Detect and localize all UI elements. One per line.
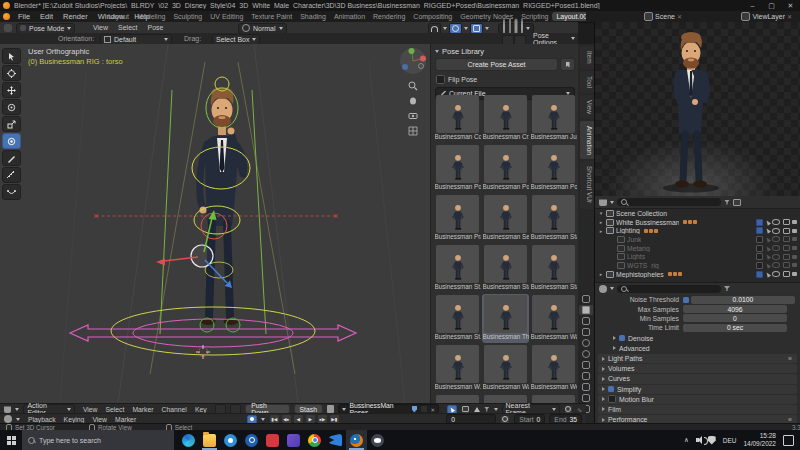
properties-tab-icon[interactable] — [579, 382, 593, 392]
create-pose-asset-button[interactable]: Create Pose Asset — [435, 58, 558, 71]
exclude-checkbox[interactable] — [756, 227, 763, 234]
exclude-checkbox[interactable] — [756, 245, 763, 252]
selectable-icon[interactable] — [764, 219, 770, 225]
shading-dropdown-caret[interactable] — [526, 27, 530, 30]
app-menu[interactable]: File — [13, 12, 35, 21]
section-checkbox[interactable] — [608, 386, 614, 392]
property-field[interactable]: Noise Threshold 0.0100 — [595, 295, 800, 304]
measure-tool[interactable] — [2, 167, 21, 183]
viewport-menu[interactable]: Pose — [143, 24, 169, 31]
mode-dropdown[interactable]: Pose Mode — [16, 23, 75, 34]
outliner-display-caret[interactable] — [610, 201, 614, 204]
grid-view-icon[interactable] — [409, 127, 417, 135]
outliner-editor-icon[interactable] — [599, 198, 607, 206]
pose-asset[interactable] — [434, 394, 481, 403]
taskbar-app[interactable] — [262, 430, 283, 450]
viewport-3d[interactable]: User Orthographic (0) Businessman RIG : … — [0, 44, 430, 403]
exclude-checkbox[interactable] — [756, 262, 763, 269]
property-value[interactable]: 4096 — [683, 305, 787, 313]
rotate-tool[interactable] — [2, 99, 21, 115]
filter-funnel-icon[interactable] — [484, 407, 490, 412]
selectable-icon[interactable] — [764, 254, 770, 260]
fcurve-icon[interactable]: ∿ — [577, 406, 582, 413]
pose-library-header[interactable]: Pose Library — [431, 44, 579, 57]
property-section[interactable]: Film ≡ — [598, 405, 797, 414]
workspace-tab[interactable]: Layout — [104, 12, 133, 21]
scene-selector[interactable]: Scene ✕ — [644, 12, 682, 21]
volume-icon[interactable] — [696, 438, 699, 442]
security-shield-icon[interactable] — [708, 436, 716, 445]
dopesheet-menu[interactable]: View — [79, 406, 102, 413]
action-center-icon[interactable] — [783, 435, 794, 446]
filter-caret[interactable] — [494, 408, 498, 411]
auto-ik-toggle-icon[interactable] — [514, 35, 526, 45]
property-value[interactable]: 0.0100 — [691, 296, 795, 304]
dopesheet-menu[interactable]: Select — [102, 406, 129, 413]
disable-viewport-icon[interactable] — [783, 262, 790, 268]
keying-caret[interactable] — [261, 418, 265, 421]
zoom-view-icon[interactable] — [409, 82, 417, 90]
property-section[interactable]: Motion Blur ≡ — [598, 395, 797, 404]
property-section[interactable]: Light Paths ≡ — [598, 354, 797, 363]
pose-asset[interactable]: Businessman Thi... — [482, 294, 529, 343]
snap-dropdown-caret[interactable] — [443, 27, 447, 30]
properties-tab-icon[interactable] — [579, 294, 593, 304]
property-section[interactable]: Denoise ≡ — [609, 334, 797, 343]
app-menu[interactable]: Edit — [35, 12, 58, 21]
property-section[interactable]: Advanced ≡ — [609, 344, 797, 353]
workspace-tab[interactable]: Sculpting — [169, 12, 206, 21]
pose-asset[interactable]: Businessman Co... — [434, 94, 481, 143]
workspace-tab[interactable]: Rendering — [369, 12, 409, 21]
pose-options-dropdown[interactable]: Pose Options — [530, 34, 578, 43]
property-field[interactable]: Min Samples 0 — [595, 314, 800, 323]
selectable-icon[interactable] — [764, 228, 770, 234]
property-value[interactable]: 0 sec — [683, 324, 787, 332]
action-browse-icon[interactable] — [327, 405, 334, 413]
properties-filter-icon[interactable] — [724, 286, 730, 291]
properties-tab-icon[interactable] — [579, 316, 593, 326]
disable-render-icon[interactable] — [792, 255, 797, 259]
workspace-tab[interactable]: Shading — [296, 12, 330, 21]
properties-tab-icon[interactable] — [579, 371, 593, 381]
errors-filter-icon[interactable] — [474, 407, 480, 412]
section-checkbox[interactable] — [608, 395, 616, 403]
taskbar-app[interactable] — [178, 430, 199, 450]
viewlayer-selector[interactable]: ViewLayer ✕ — [741, 12, 792, 21]
disable-viewport-icon[interactable] — [783, 228, 790, 234]
disable-viewport-icon[interactable] — [783, 219, 790, 225]
outliner-search-input[interactable] — [617, 198, 721, 206]
editor-type-icon[interactable] — [4, 24, 12, 32]
camera-view-icon[interactable] — [409, 114, 417, 119]
outliner-row[interactable]: Lights — [595, 252, 800, 261]
navigation-gizmo[interactable] — [400, 48, 426, 74]
properties-tab-icon[interactable] — [579, 349, 593, 359]
blender-menu-icon[interactable] — [3, 13, 10, 20]
workspace-tab[interactable]: Animation — [330, 12, 369, 21]
outliner-row[interactable]: ▸ Lighting — [595, 226, 800, 235]
hide-viewport-icon[interactable] — [772, 271, 780, 277]
tray-expand-icon[interactable]: ∧ — [684, 436, 689, 444]
timeline-menu[interactable]: Marker — [111, 416, 140, 423]
unlink-action-icon[interactable] — [431, 406, 436, 413]
property-value[interactable]: 0 — [683, 314, 787, 322]
scale-tool[interactable] — [2, 116, 21, 132]
disable-viewport-icon[interactable] — [783, 254, 790, 260]
fake-user-shield-icon[interactable] — [412, 406, 417, 413]
pose-asset[interactable]: Businessman Sta — [530, 244, 577, 293]
selectable-icon[interactable] — [764, 236, 770, 242]
sidebar-tab[interactable]: Tool — [580, 71, 594, 93]
overlays-dropdown-caret[interactable] — [485, 27, 489, 30]
pose-asset[interactable]: Businessman Cr... — [482, 94, 529, 143]
dopesheet-editor-icon[interactable] — [4, 405, 11, 413]
pose-asset[interactable]: Businessman Sta — [482, 244, 529, 293]
tweak-select-tool[interactable] — [2, 48, 21, 64]
sidebar-tab[interactable]: Shortcut VUr — [580, 161, 594, 208]
hide-viewport-icon[interactable] — [772, 245, 780, 251]
start-button[interactable] — [0, 430, 22, 450]
outliner-row[interactable]: Junk — [595, 235, 800, 244]
app-menu[interactable]: Render — [58, 12, 93, 21]
pose-asset[interactable]: Businessman W... — [434, 344, 481, 393]
unlink-viewlayer-icon[interactable]: ✕ — [787, 13, 792, 20]
flip-pose-checkbox[interactable] — [436, 75, 445, 84]
pan-view-icon[interactable] — [410, 98, 416, 105]
